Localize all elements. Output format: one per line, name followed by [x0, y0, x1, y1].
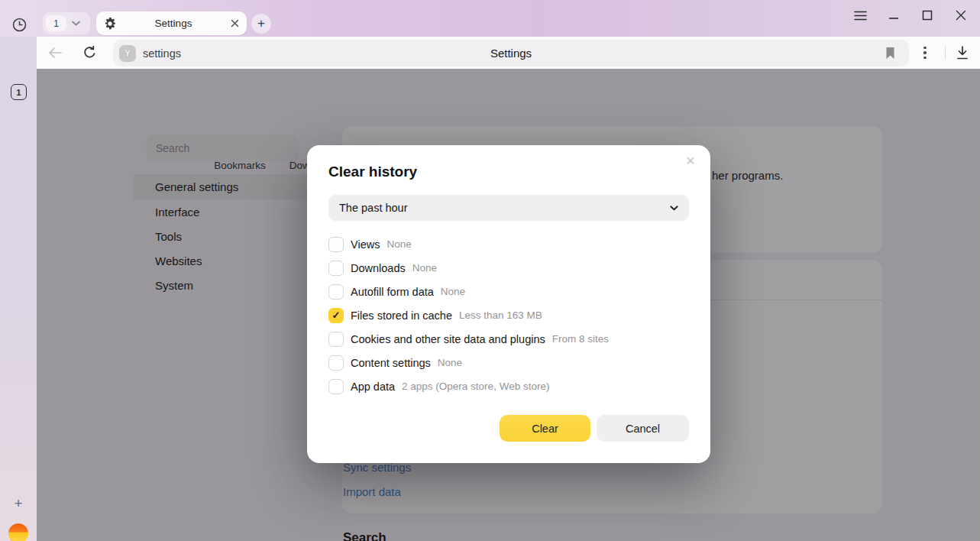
tab-title: Settings	[116, 18, 231, 29]
download-icon[interactable]	[952, 43, 973, 63]
browser-tab-settings[interactable]: Settings	[96, 11, 247, 35]
back-arrow-icon[interactable]	[44, 43, 66, 63]
cancel-button[interactable]: Cancel	[597, 415, 689, 442]
time-range-dropdown[interactable]: The past hour	[328, 195, 689, 221]
row-detail: From 8 sites	[552, 333, 609, 345]
address-bar[interactable]: Y settings Settings	[113, 40, 909, 66]
row-detail: None	[387, 238, 411, 250]
row-label: App data	[351, 381, 395, 393]
row-label: Views	[351, 238, 380, 251]
row-detail: None	[438, 357, 462, 368]
row-detail: Less than 163 MB	[459, 309, 542, 321]
history-clock-icon[interactable]	[11, 16, 27, 33]
checkbox-app-data[interactable]: ✓	[328, 379, 344, 394]
chevron-down-icon	[670, 206, 678, 211]
mail-envelope-flap	[8, 532, 28, 541]
row-label: Content settings	[351, 357, 431, 369]
row-label: Autofill form data	[351, 286, 434, 298]
titlebar: 1 Settings +	[0, 0, 980, 37]
close-button[interactable]	[950, 6, 972, 24]
bookmark-flag-icon[interactable]	[885, 47, 895, 60]
maximize-button[interactable]	[917, 6, 938, 24]
checkbox-cookies[interactable]: ✓	[328, 332, 344, 347]
row-detail: None	[412, 262, 437, 274]
dialog-close-icon[interactable]: ×	[681, 151, 700, 170]
row-views[interactable]: ✓ Views None	[328, 232, 689, 256]
dialog-title: Clear history	[328, 164, 417, 180]
gear-icon	[104, 18, 116, 30]
browser-sidebar: 1 +	[0, 37, 37, 541]
toolbar-divider	[945, 46, 946, 60]
checkbox-content-settings[interactable]: ✓	[328, 355, 344, 371]
tab-group-count[interactable]: 1	[46, 15, 66, 31]
time-range-value: The past hour	[339, 202, 670, 214]
row-detail: None	[441, 286, 465, 297]
row-label: Cookies and other site data and plugins	[351, 333, 545, 345]
row-autofill[interactable]: ✓ Autofill form data None	[328, 280, 689, 303]
row-label: Downloads	[351, 262, 406, 274]
window-count-badge[interactable]: 1	[11, 84, 27, 100]
clear-history-dialog: × Clear history The past hour ✓ Views No…	[307, 145, 710, 463]
checkbox-cache[interactable]: ✓	[328, 308, 344, 323]
new-tab-button[interactable]: +	[251, 14, 271, 34]
row-label: Files stored in cache	[351, 309, 452, 322]
row-detail: 2 apps (Opera store, Web store)	[402, 381, 549, 392]
checkbox-autofill[interactable]: ✓	[328, 284, 344, 300]
checkbox-downloads[interactable]: ✓	[328, 261, 344, 276]
tab-close-icon[interactable]	[231, 19, 239, 28]
row-app-data[interactable]: ✓ App data 2 apps (Opera store, Web stor…	[328, 374, 689, 398]
menu-hamburger-icon[interactable]	[849, 6, 871, 24]
row-cache[interactable]: ✓ Files stored in cache Less than 163 MB	[328, 303, 689, 327]
browser-toolbar: Y settings Settings	[37, 37, 980, 69]
minimize-button[interactable]	[883, 6, 904, 24]
yandex-mail-icon[interactable]	[8, 523, 28, 541]
site-favicon-yandex: Y	[119, 45, 136, 62]
toolbar-kebab-icon[interactable]	[917, 44, 933, 62]
clear-button[interactable]: Clear	[500, 415, 590, 442]
chevron-down-icon[interactable]	[72, 21, 80, 26]
row-downloads[interactable]: ✓ Downloads None	[328, 256, 689, 280]
row-cookies[interactable]: ✓ Cookies and other site data and plugin…	[328, 327, 689, 351]
reload-icon[interactable]	[79, 43, 100, 63]
row-content-settings[interactable]: ✓ Content settings None	[328, 351, 689, 374]
sidebar-add-icon[interactable]: +	[10, 495, 27, 512]
tab-group-pill[interactable]: 1	[43, 12, 90, 34]
omnibox-page-title: Settings	[113, 47, 909, 60]
checkbox-views[interactable]: ✓	[328, 237, 344, 252]
url-text: settings	[143, 47, 181, 60]
